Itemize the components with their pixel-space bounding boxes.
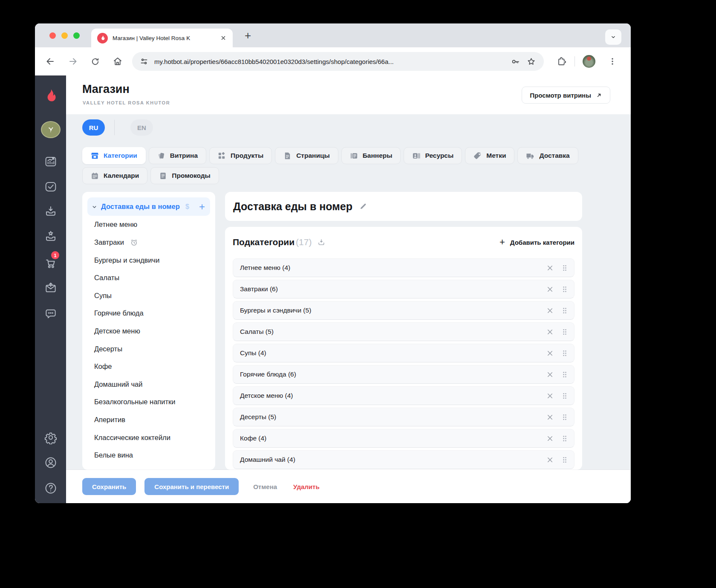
subcategory-row[interactable]: Завтраки (6) <box>233 280 575 298</box>
remove-x-icon[interactable] <box>546 350 554 357</box>
subcategory-row[interactable]: Салаты (5) <box>233 322 575 341</box>
drag-handle-icon[interactable] <box>562 264 567 272</box>
tab-resources[interactable]: Ресурсы <box>404 147 462 164</box>
password-key-icon[interactable] <box>511 57 520 67</box>
close-window-button[interactable] <box>49 32 56 39</box>
category-item[interactable]: Домашний чай <box>87 375 210 393</box>
tab-promocodes[interactable]: Промокоды <box>150 167 219 184</box>
cancel-button[interactable]: Отмена <box>253 483 277 490</box>
drag-handle-icon[interactable] <box>562 328 567 336</box>
tab-showcase[interactable]: Витрина <box>149 147 206 164</box>
subcategory-row[interactable]: Горячие блюда (6) <box>233 365 575 384</box>
category-item[interactable]: Белые вина <box>87 446 210 464</box>
edit-pencil-icon[interactable] <box>359 203 367 210</box>
category-item[interactable]: Супы <box>87 287 210 304</box>
tab-tags[interactable]: Метки <box>465 147 514 164</box>
remove-x-icon[interactable] <box>546 286 554 293</box>
inbox-star-icon[interactable] <box>44 229 58 243</box>
inbox-download-icon[interactable] <box>44 204 58 218</box>
tab-categories[interactable]: Категории <box>82 147 146 164</box>
drag-handle-icon[interactable] <box>562 392 567 400</box>
category-parent-row[interactable]: Доставка еды в номер $ + <box>87 197 210 216</box>
add-categories-button[interactable]: + Добавить категории <box>499 239 575 246</box>
hotel-avatar[interactable] <box>41 121 61 138</box>
remove-x-icon[interactable] <box>546 328 554 336</box>
url-text[interactable]: my.hotbot.ai/properties/66acc810bb540200… <box>154 58 505 65</box>
save-button[interactable]: Сохранить <box>82 478 136 495</box>
subcategory-row[interactable]: Кофе (4) <box>233 429 575 448</box>
tab-delivery[interactable]: Доставка <box>517 147 578 164</box>
category-item[interactable]: Завтраки <box>87 234 210 252</box>
tab-title: Магазин | Valley Hotel Rosa K <box>113 35 215 41</box>
preview-storefront-button[interactable]: Просмотр витрины <box>522 87 610 104</box>
minimize-window-button[interactable] <box>61 32 68 39</box>
drag-handle-icon[interactable] <box>562 456 567 463</box>
save-and-translate-button[interactable]: Сохранить и перевести <box>144 478 239 495</box>
subcategory-row[interactable]: Детское меню (4) <box>233 386 575 405</box>
drag-handle-icon[interactable] <box>562 350 567 357</box>
category-parent-label[interactable]: Доставка еды в номер <box>101 202 182 211</box>
tab-products[interactable]: Продукты <box>209 147 272 164</box>
reload-icon[interactable] <box>90 57 100 67</box>
delete-button[interactable]: Удалить <box>293 483 320 490</box>
lang-tab-en[interactable]: EN <box>130 119 153 136</box>
tab-search-chevron-icon[interactable] <box>605 29 621 45</box>
tab-pages[interactable]: Страницы <box>275 147 338 164</box>
download-icon[interactable] <box>317 238 326 246</box>
remove-x-icon[interactable] <box>546 307 554 314</box>
remove-x-icon[interactable] <box>546 371 554 378</box>
drag-handle-icon[interactable] <box>562 435 567 442</box>
envelope-up-icon[interactable] <box>44 281 58 295</box>
bookmark-star-icon[interactable] <box>526 57 536 67</box>
subcategory-row[interactable]: Супы (4) <box>233 344 575 362</box>
category-item[interactable]: Безалкогольные напитки <box>87 393 210 411</box>
help-icon[interactable] <box>44 481 58 495</box>
profile-avatar[interactable] <box>583 55 595 68</box>
lang-tab-ru[interactable]: RU <box>82 119 105 136</box>
account-icon[interactable] <box>44 456 58 469</box>
category-item[interactable]: Бургеры и сэндвичи <box>87 251 210 269</box>
new-tab-button[interactable]: + <box>245 31 251 40</box>
category-item[interactable]: Горячие блюда <box>87 304 210 322</box>
zoom-window-button[interactable] <box>73 32 80 39</box>
site-settings-tune-icon[interactable] <box>140 57 148 66</box>
drag-handle-icon[interactable] <box>562 307 567 314</box>
chat-icon[interactable] <box>44 307 58 321</box>
home-icon[interactable] <box>113 56 123 67</box>
forward-icon[interactable] <box>68 56 78 67</box>
subcategory-row[interactable]: Домашний чай (4) <box>233 450 575 469</box>
category-item[interactable]: Салаты <box>87 269 210 287</box>
tab-close-icon[interactable] <box>220 35 227 41</box>
remove-x-icon[interactable] <box>546 414 554 421</box>
chevron-down-icon[interactable] <box>92 204 97 211</box>
flame-logo[interactable] <box>43 88 58 104</box>
tab-calendars[interactable]: Календари <box>82 167 147 184</box>
back-icon[interactable] <box>45 56 55 67</box>
category-item[interactable]: Десерты <box>87 340 210 358</box>
category-item[interactable]: Летнее меню <box>87 216 210 234</box>
price-dollar-icon[interactable]: $ <box>185 203 189 211</box>
analytics-icon[interactable] <box>44 155 58 168</box>
category-item[interactable]: Классические коктейли <box>87 429 210 446</box>
tasks-check-icon[interactable] <box>44 180 58 194</box>
remove-x-icon[interactable] <box>546 435 554 442</box>
address-bar[interactable]: my.hotbot.ai/properties/66acc810bb540200… <box>132 52 544 71</box>
add-subcategory-plus-icon[interactable]: + <box>199 203 205 211</box>
remove-x-icon[interactable] <box>546 456 554 463</box>
subcategory-row[interactable]: Бургеры и сэндвичи (5) <box>233 301 575 320</box>
remove-x-icon[interactable] <box>546 392 554 400</box>
category-item[interactable]: Кофе <box>87 358 210 376</box>
drag-handle-icon[interactable] <box>562 371 567 378</box>
remove-x-icon[interactable] <box>546 264 554 272</box>
subcategory-row[interactable]: Летнее меню (4) <box>233 258 575 277</box>
browser-tab[interactable]: Магазин | Valley Hotel Rosa K <box>91 29 233 47</box>
category-item[interactable]: Детское меню <box>87 322 210 340</box>
browser-menu-icon[interactable] <box>608 57 617 66</box>
extensions-puzzle-icon[interactable] <box>557 56 567 67</box>
subcategory-row[interactable]: Десерты (5) <box>233 408 575 426</box>
drag-handle-icon[interactable] <box>562 414 567 421</box>
category-item[interactable]: Аперитив <box>87 411 210 429</box>
gear-icon[interactable] <box>44 431 58 444</box>
tab-banners[interactable]: Баннеры <box>341 147 401 164</box>
drag-handle-icon[interactable] <box>562 286 567 293</box>
